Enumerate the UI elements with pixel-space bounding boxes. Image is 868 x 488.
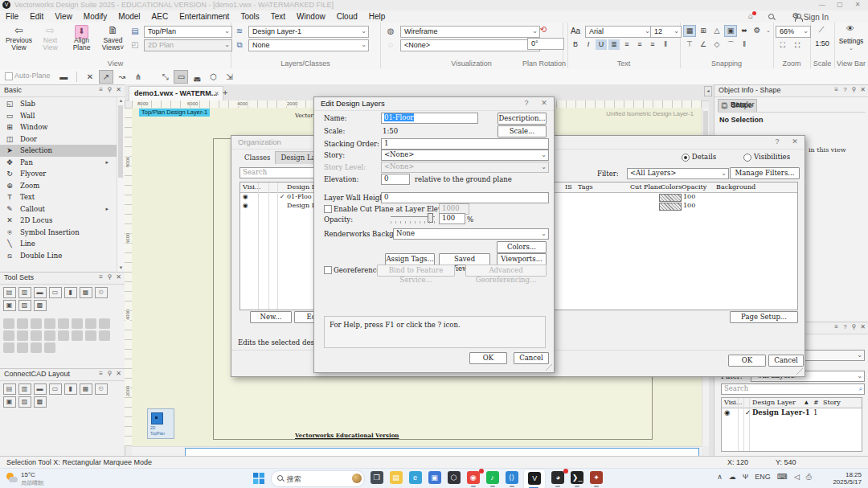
scale-value[interactable]: 1:50 — [810, 39, 834, 47]
cut-plane-checkbox[interactable] — [324, 205, 332, 213]
move-mode-icon[interactable]: ⤡ — [158, 70, 172, 84]
spotify-icon[interactable]: ♪ — [483, 469, 502, 488]
palette-help-icon[interactable]: ? — [841, 323, 850, 330]
render-style-icon[interactable]: ◌ — [384, 39, 397, 50]
microphone-icon[interactable]: Ψ — [743, 473, 749, 481]
tool-wall[interactable]: ▭ Wall — [0, 110, 117, 122]
palette-menu-icon[interactable]: ≡ — [96, 370, 105, 377]
menu-item[interactable]: Model — [113, 10, 145, 23]
active-layer-combo[interactable]: Design Layer-1⌄ — [248, 26, 369, 38]
new-button[interactable]: New... — [250, 311, 292, 323]
tool-set-icon[interactable]: ▨ — [18, 300, 31, 311]
align-left-button[interactable]: ≡ — [621, 39, 633, 50]
tool-set-icon[interactable]: ▮ — [64, 287, 77, 298]
cancel-button[interactable]: Cancel — [514, 352, 549, 364]
tool-set-icon[interactable]: ▣ — [3, 300, 16, 311]
text-style-icon[interactable]: Aa — [569, 26, 582, 36]
taskbar-search[interactable]: 搜索 — [271, 470, 365, 487]
eye-icon[interactable]: ◉ — [243, 193, 248, 200]
italic-button[interactable]: I — [583, 39, 594, 50]
manage-filters-button[interactable]: Manage Filters... — [730, 167, 800, 179]
tool-set-icon[interactable] — [58, 318, 69, 329]
org-cancel-button[interactable]: Cancel — [768, 355, 804, 367]
palette-help-icon[interactable]: ? — [841, 86, 850, 93]
tool-set-icon[interactable] — [44, 330, 55, 341]
story-combo[interactable]: <None>⌄ — [381, 150, 549, 161]
eagle-icon[interactable]: ⬡ — [444, 469, 464, 488]
snap-smart-point-icon[interactable]: ∠ — [697, 39, 710, 51]
org-ok-button[interactable]: OK — [728, 355, 766, 367]
tool-set-icon[interactable]: ▤ — [3, 287, 16, 298]
next-view-button[interactable]: ⇨Next View — [35, 24, 65, 51]
connectcad-icon[interactable]: ▣ — [3, 396, 16, 408]
menu-item[interactable]: View — [49, 10, 78, 23]
security-app-icon[interactable]: ✦ — [587, 469, 606, 488]
text-style-button[interactable]: ≣ — [608, 39, 620, 50]
saved-views-button[interactable]: Saved Views... — [439, 253, 490, 265]
menu-item[interactable]: Window — [291, 10, 331, 23]
georeferenced-checkbox[interactable] — [324, 266, 332, 274]
minimize-button[interactable]: — — [813, 0, 831, 10]
plane-display-icon[interactable]: ▬ — [56, 70, 71, 84]
connectcad-icon[interactable]: ▩ — [34, 396, 47, 408]
drawing-content-thumbnail[interactable]: 2D TopPlan — [147, 408, 174, 439]
snap-angle-icon[interactable]: △ — [710, 25, 723, 37]
snap-distance-icon[interactable]: ⊤ — [683, 39, 696, 51]
snap-intersection-icon[interactable]: ▣ — [724, 25, 737, 37]
plan-rotation-field[interactable]: 0° — [527, 38, 564, 50]
description-button[interactable]: Description... — [497, 113, 547, 125]
plan-mode-icon[interactable]: ◰ — [129, 39, 141, 50]
palette-close-icon[interactable]: ✕ — [114, 86, 123, 93]
tool-set-icon[interactable]: ▥ — [18, 287, 31, 298]
terminal-icon[interactable]: ❯_ — [567, 469, 587, 488]
layers-icon[interactable]: ≋ — [233, 26, 246, 36]
vectorworks-taskbar-icon[interactable]: V — [523, 469, 546, 488]
palette-menu-icon[interactable]: ≡ — [832, 323, 841, 330]
auto-plane-checkbox[interactable]: Auto-Plane — [5, 72, 51, 80]
palette-collapse-arrow[interactable]: ◂ — [704, 86, 712, 96]
document-tab[interactable]: demo1.vwx - WATERM...✕ — [129, 86, 223, 101]
elevation-field[interactable]: 0 — [381, 174, 410, 185]
visibilities-radio[interactable]: Visibilities — [743, 153, 790, 162]
opacity-field[interactable]: 100 — [439, 213, 465, 224]
palette-pin-icon[interactable]: ⚲ — [105, 273, 114, 281]
working-plane-icon[interactable]: ⋔ — [131, 70, 145, 84]
tool-set-icon[interactable] — [17, 342, 28, 353]
dialog-close-icon[interactable]: ✕ — [538, 99, 551, 107]
task-view-icon[interactable]: ❒ — [367, 469, 387, 488]
menu-item[interactable]: File — [0, 10, 24, 23]
tool-selection[interactable]: ➤ Selection — [0, 145, 117, 157]
tool-set-icon[interactable] — [31, 318, 42, 329]
menu-item[interactable]: AEC — [146, 10, 174, 23]
menu-item[interactable]: Text — [265, 10, 291, 23]
edge-icon[interactable]: e — [406, 469, 425, 488]
menu-item[interactable]: Modify — [78, 10, 113, 23]
palette-menu-icon[interactable]: ≡ — [96, 86, 105, 93]
menu-item[interactable]: Edit — [24, 10, 49, 23]
fit-objects-icon[interactable]: ⛶ — [776, 39, 789, 51]
palette-close-icon[interactable]: ✕ — [114, 273, 123, 281]
connectcad-icon[interactable]: ▥ — [18, 383, 31, 395]
tool-symbol-insertion[interactable]: ⍟ Symbol Insertion — [0, 227, 117, 239]
render-mode-combo[interactable]: Wireframe⌄ — [400, 26, 540, 38]
tool-set-icon[interactable]: ▭ — [49, 287, 62, 298]
page-setup-button[interactable]: Page Setup... — [730, 311, 798, 323]
viewports-button[interactable]: Viewports... — [497, 253, 547, 265]
printer-icon[interactable]: ⎙ — [806, 473, 812, 482]
tool-set-icon[interactable] — [58, 330, 69, 341]
new-tab-button[interactable]: + — [223, 88, 227, 97]
snap-suspend-icon[interactable]: ‖ — [738, 39, 751, 51]
tool-set-icon[interactable] — [85, 318, 96, 329]
palette-pin-icon[interactable]: ⚲ — [850, 323, 858, 330]
org-tab-classes[interactable]: Classes — [240, 152, 275, 164]
tool-set-icon[interactable] — [99, 330, 110, 341]
eye-icon[interactable]: ◉ — [243, 202, 248, 209]
tool-set-icon[interactable] — [3, 342, 14, 353]
underline-button[interactable]: U — [596, 39, 607, 50]
scale-icon[interactable]: ⟋ — [815, 24, 828, 35]
tool-set-icon[interactable] — [85, 330, 96, 341]
tool-2d-locus[interactable]: ✕ 2D Locus — [0, 215, 117, 227]
renderworks-background-combo[interactable]: None⌄ — [393, 228, 549, 240]
home-icon[interactable]: ⌂ — [744, 11, 757, 22]
constrain-angle-icon[interactable]: ↗ — [99, 70, 113, 84]
